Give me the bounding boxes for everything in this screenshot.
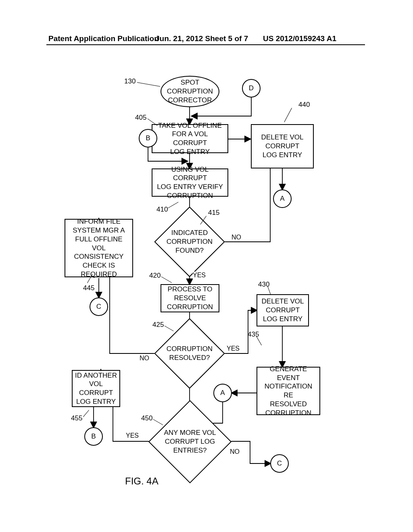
label-415-no: NO [232, 234, 241, 241]
figure-label: FIG. 4A [125, 476, 159, 487]
header-publication: Patent Application Publication [48, 34, 159, 43]
ref-450: 450 [141, 414, 152, 422]
label-450-no: NO [230, 448, 240, 455]
process-420: PROCESS TO RESOLVE CORRUPTION [161, 284, 219, 312]
connector-b-out: B [84, 427, 103, 446]
process-435: GENERATE EVENT NOTIFICATION RE RESOLVED … [257, 367, 320, 415]
leader-130 [137, 82, 160, 87]
label-415-yes: YES [193, 272, 206, 279]
connector-d: D [242, 79, 261, 98]
process-430: DELETE VOL CORRUPT LOG ENTRY [257, 294, 309, 326]
ref-440: 440 [298, 101, 310, 109]
header-pubno: US 2012/0159243 A1 [263, 34, 336, 43]
start-terminator: SPOT CORRUPTION CORRECTOR [161, 76, 219, 107]
decision-450: ANY MORE VOL CORRUPT LOG ENTRIES? [161, 412, 219, 471]
label-425-no: NO [140, 355, 149, 362]
process-455: ID ANOTHER VOL CORRUPT LOG ENTRY [72, 370, 120, 407]
connector-c-right: C [270, 454, 289, 473]
leader-420 [161, 276, 172, 283]
leader-410 [168, 202, 178, 208]
flowchart-canvas: SPOT CORRUPTION CORRECTOR D TAKE VOL OFF… [0, 73, 413, 516]
process-405: TAKE VOL OFFLINE FOR A VOL CORRUPT LOG E… [152, 124, 228, 153]
header-sheet: Jun. 21, 2012 Sheet 5 of 7 [155, 34, 248, 43]
ref-455: 455 [71, 414, 82, 422]
leader-455 [83, 410, 89, 417]
ref-420: 420 [149, 272, 161, 280]
header-rule [46, 44, 365, 45]
process-410: USING VOL CORRUPT LOG ENTRY VERIFY CORRU… [152, 168, 228, 197]
leader-440 [284, 108, 292, 123]
connector-c-left: C [90, 297, 108, 316]
label-425-yes: YES [227, 345, 240, 352]
ref-410: 410 [156, 206, 168, 214]
connector-a-top: A [273, 189, 292, 208]
label-450-yes: YES [126, 432, 139, 439]
ref-425: 425 [152, 321, 164, 329]
connector-a-mid: A [213, 384, 232, 402]
decision-425: CORRUPTION RESOLVED? [165, 328, 215, 378]
process-440: DELETE VOL CORRUPT LOG ENTRY [251, 124, 314, 168]
connector-b-in: B [139, 129, 157, 148]
ref-445: 445 [83, 284, 94, 292]
ref-415: 415 [208, 209, 219, 217]
ref-405: 405 [135, 114, 146, 122]
ref-130: 130 [124, 77, 136, 85]
decision-415: INDICATED CORRUPTION FOUND? [165, 217, 215, 267]
process-445: INFORM FILE SYSTEM MGR A FULL OFFLINE VO… [65, 219, 133, 277]
